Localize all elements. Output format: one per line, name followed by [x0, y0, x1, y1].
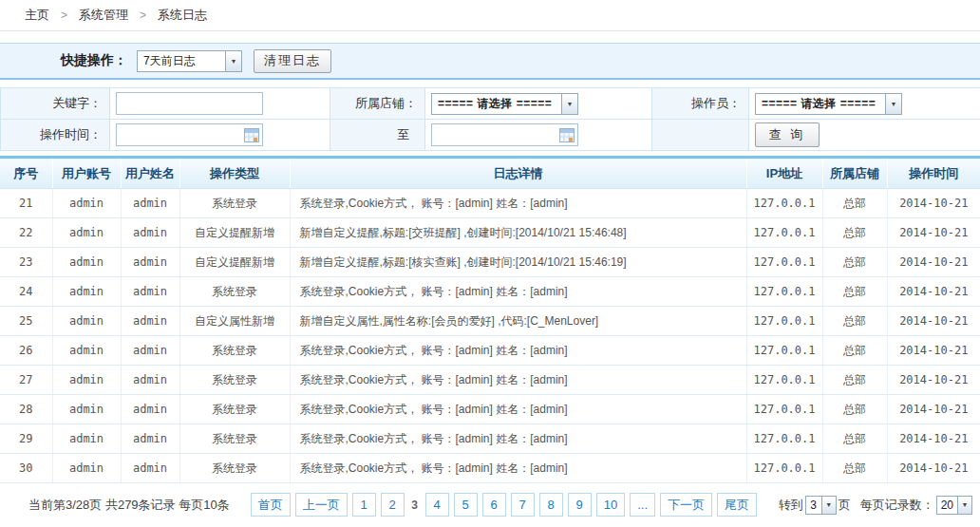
cell-account: admin: [52, 336, 121, 366]
time-from-input[interactable]: [116, 123, 263, 146]
breadcrumb-system-management[interactable]: 系统管理: [79, 7, 128, 24]
goto-label: 转到: [779, 497, 803, 514]
per-page-label: 每页记录数：: [860, 497, 934, 514]
breadcrumb-separator: >: [140, 9, 146, 22]
next-page-button[interactable]: 下一页: [660, 493, 712, 517]
cell-type: 系统登录: [179, 189, 290, 218]
log-age-select[interactable]: 7天前日志 ▼: [137, 50, 242, 72]
page-button[interactable]: 9: [568, 493, 592, 517]
goto-page-select[interactable]: 3 ▼: [805, 496, 837, 515]
cell-no: 30: [0, 454, 52, 483]
cell-type: 自定义属性新增: [179, 307, 290, 336]
cell-store: 总部: [822, 248, 887, 277]
table-row: 21adminadmin系统登录系统登录,Cookie方式， 账号：[admin…: [0, 189, 980, 218]
cell-store: 总部: [822, 424, 887, 454]
cell-type: 系统登录: [179, 424, 290, 454]
cell-ip: 127.0.0.1: [746, 307, 822, 336]
cell-time: 2014-10-21: [887, 424, 980, 454]
cell-ip: 127.0.0.1: [746, 395, 822, 424]
cell-detail: 新增自定义属性,属性名称:[会员的爱好] ,代码:[C_MenLover]: [290, 307, 746, 336]
cell-type: 系统登录: [179, 395, 290, 424]
page-button[interactable]: 5: [454, 493, 478, 517]
pagination-bar: 当前第3/28页 共279条记录 每页10条 首页 上一页 1234567891…: [0, 492, 980, 518]
cell-type: 自定义提醒新增: [179, 248, 290, 277]
pager: 首页 上一页 12345678910 ... 下一页 尾页: [251, 493, 757, 517]
cell-detail: 系统登录,Cookie方式， 账号：[admin] 姓名：[admin]: [290, 189, 746, 218]
ellipsis-page-button[interactable]: ...: [630, 493, 655, 517]
cell-no: 26: [0, 336, 52, 366]
cell-detail: 系统登录,Cookie方式， 账号：[admin] 姓名：[admin]: [290, 395, 746, 424]
search-button[interactable]: 查 询: [755, 122, 820, 147]
cell-name: admin: [121, 248, 179, 277]
cell-time: 2014-10-21: [887, 277, 980, 307]
cell-name: admin: [121, 366, 179, 395]
page-button[interactable]: 7: [511, 493, 535, 517]
column-header: 序号: [0, 158, 52, 189]
page-button[interactable]: 10: [596, 493, 625, 517]
clean-log-button[interactable]: 清理日志: [254, 49, 331, 73]
cell-store: 总部: [822, 454, 887, 483]
cell-ip: 127.0.0.1: [746, 189, 822, 218]
cell-no: 29: [0, 424, 52, 454]
cell-account: admin: [52, 277, 121, 307]
page-button[interactable]: 6: [482, 493, 506, 517]
cell-type: 系统登录: [179, 336, 290, 366]
chevron-down-icon: ▼: [885, 94, 901, 114]
cell-detail: 系统登录,Cookie方式， 账号：[admin] 姓名：[admin]: [290, 366, 746, 395]
cell-name: admin: [121, 454, 179, 483]
cell-store: 总部: [822, 336, 887, 366]
breadcrumb-separator: >: [61, 9, 67, 22]
time-to-input[interactable]: [431, 123, 578, 146]
breadcrumb-home[interactable]: 主页: [25, 7, 49, 24]
breadcrumb-system-log[interactable]: 系统日志: [158, 7, 207, 24]
operator-select[interactable]: ===== 请选择 ===== ▼: [755, 93, 902, 115]
cell-ip: 127.0.0.1: [746, 277, 822, 307]
cell-no: 22: [0, 218, 52, 248]
cell-store: 总部: [822, 307, 887, 336]
cell-no: 25: [0, 307, 52, 336]
cell-time: 2014-10-21: [887, 248, 980, 277]
cell-account: admin: [52, 424, 121, 454]
store-select[interactable]: ===== 请选择 ===== ▼: [431, 93, 578, 115]
cell-time: 2014-10-21: [887, 189, 980, 218]
cell-detail: 系统登录,Cookie方式， 账号：[admin] 姓名：[admin]: [290, 424, 746, 454]
last-page-button[interactable]: 尾页: [717, 493, 757, 517]
chevron-down-icon: ▼: [225, 51, 241, 71]
goto-page-select-value: 3: [806, 497, 821, 514]
record-status-text: 当前第3/28页 共279条记录 每页10条: [28, 497, 230, 514]
per-page-select-value: 20: [937, 497, 957, 514]
operator-select-value: ===== 请选择 =====: [756, 94, 885, 114]
cell-detail: 新增自定义提醒,标题:[交班提醒] ,创建时间:[2014/10/21 15:4…: [290, 218, 746, 248]
table-row: 29adminadmin系统登录系统登录,Cookie方式， 账号：[admin…: [0, 424, 980, 454]
calendar-icon: [244, 128, 259, 142]
column-header: 用户姓名: [121, 158, 179, 189]
log-table: 序号用户账号用户姓名操作类型日志详情IP地址所属店铺操作时间 21adminad…: [0, 156, 980, 483]
keyword-input[interactable]: [116, 92, 263, 115]
table-row: 25adminadmin自定义属性新增新增自定义属性,属性名称:[会员的爱好] …: [0, 307, 980, 336]
cell-name: admin: [121, 218, 179, 248]
table-row: 26adminadmin系统登录系统登录,Cookie方式， 账号：[admin…: [0, 336, 980, 366]
cell-account: admin: [52, 189, 121, 218]
page-button[interactable]: 2: [381, 493, 405, 517]
prev-page-button[interactable]: 上一页: [295, 493, 348, 517]
cell-name: admin: [121, 189, 179, 218]
table-row: 30adminadmin系统登录系统登录,Cookie方式， 账号：[admin…: [0, 454, 980, 483]
page-button[interactable]: 1: [352, 493, 376, 517]
cell-ip: 127.0.0.1: [746, 424, 822, 454]
page-button[interactable]: 4: [425, 493, 449, 517]
page-button[interactable]: 8: [539, 493, 563, 517]
cell-ip: 127.0.0.1: [746, 454, 822, 483]
first-page-button[interactable]: 首页: [251, 493, 291, 517]
cell-account: admin: [52, 454, 121, 483]
column-header: 操作时间: [887, 158, 980, 189]
cell-ip: 127.0.0.1: [746, 218, 822, 248]
cell-store: 总部: [822, 277, 887, 307]
calendar-icon: [559, 128, 575, 142]
chevron-down-icon: ▼: [957, 497, 971, 514]
cell-type: 系统登录: [179, 366, 290, 395]
per-page-select[interactable]: 20 ▼: [936, 496, 972, 515]
cell-store: 总部: [822, 366, 887, 395]
cell-type: 自定义提醒新增: [179, 218, 290, 248]
cell-ip: 127.0.0.1: [746, 366, 822, 395]
cell-ip: 127.0.0.1: [746, 248, 822, 277]
